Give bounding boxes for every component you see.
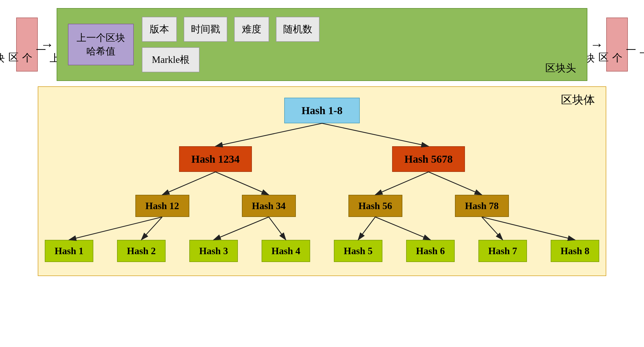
header-row-1: 版本 时间戳 难度 随机数	[142, 17, 576, 42]
block-header-container: 上一个区块 哈希值 版本 时间戳 难度 随机数 Markle根 区块头	[57, 8, 587, 81]
field-difficulty: 难度	[234, 17, 269, 42]
node-hash5: Hash 5	[334, 240, 382, 262]
level2-row: Hash 12 Hash 34 Hash 56 Hash 78	[54, 195, 590, 217]
node-hash1234: Hash 1234	[179, 146, 252, 172]
node-hash8: Hash 8	[551, 240, 599, 262]
merkle-tree: Hash 1-8 Hash 1234 Hash 5678 Hash 12 Has…	[54, 98, 590, 262]
left-arrow: →	[40, 37, 54, 52]
node-hash34: Hash 34	[242, 195, 296, 217]
right-arrow: →	[590, 37, 604, 52]
node-hash4: Hash 4	[262, 240, 310, 262]
field-version: 版本	[142, 17, 177, 42]
node-hash3: Hash 3	[189, 240, 238, 262]
node-hash56: Hash 56	[348, 195, 402, 217]
node-hash1: Hash 1	[45, 240, 93, 262]
header-fields-group: 版本 时间戳 难度 随机数 Markle根	[142, 17, 576, 72]
prev-hash-line1: 上一个区块	[77, 32, 125, 43]
node-hash12: Hash 12	[135, 195, 189, 217]
prev-block: 上一个区块	[16, 18, 38, 72]
top-section: 上一个区块 → 上一个区块 哈希值 版本 时间戳 难度 随机数 Markle根	[16, 8, 628, 81]
prev-hash-box: 上一个区块 哈希值	[68, 24, 134, 66]
node-root: Hash 1-8	[284, 98, 360, 123]
next-block: 下一个区块	[606, 18, 628, 72]
block-body-container: 区块体 Hash 1-8 Hash 1234 Hash 5678 Hash 12…	[38, 86, 606, 276]
header-row-2: Markle根	[142, 47, 576, 72]
level1-row: Hash 1234 Hash 5678	[54, 146, 590, 172]
field-nonce: 随机数	[276, 17, 320, 42]
field-merkle: Markle根	[142, 47, 200, 72]
field-timestamp: 时间戳	[184, 17, 227, 42]
level-root-row: Hash 1-8	[54, 98, 590, 123]
node-hash2: Hash 2	[117, 240, 166, 262]
leaf-row: Hash 1 Hash 2 Hash 3 Hash 4 Hash 5 Hash …	[54, 240, 590, 262]
node-hash7: Hash 7	[478, 240, 527, 262]
prev-hash-line2: 哈希值	[86, 46, 115, 57]
node-hash5678: Hash 5678	[392, 146, 465, 172]
node-hash78: Hash 78	[455, 195, 509, 217]
node-hash6: Hash 6	[406, 240, 455, 262]
block-header-label: 区块头	[545, 61, 576, 75]
